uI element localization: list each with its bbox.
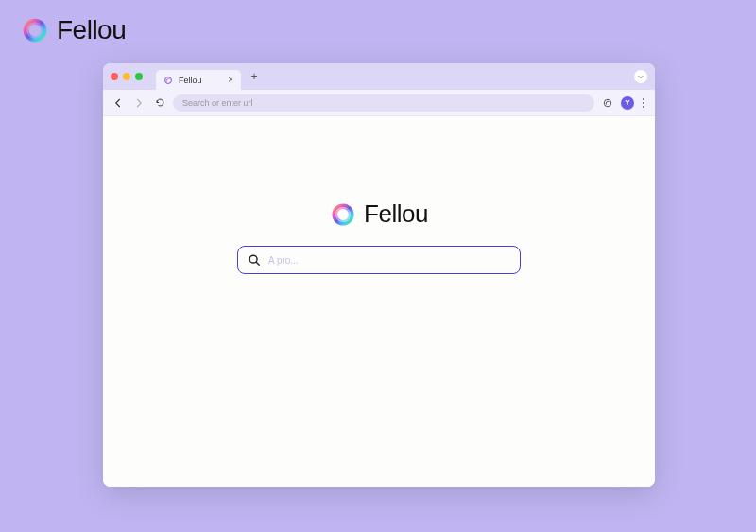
tab-close-icon[interactable]: × [228, 75, 233, 85]
avatar-initial: Y [625, 98, 629, 107]
svg-point-3 [604, 99, 611, 107]
nav-reload-button[interactable] [152, 95, 167, 111]
window-minimize-button[interactable] [123, 73, 130, 80]
browser-window: Fellou × + Y [103, 63, 655, 487]
svg-point-5 [336, 208, 350, 221]
outer-brand-logo-lockup: Fellou [21, 15, 126, 45]
fellou-logo-icon [21, 16, 49, 44]
extensions-icon[interactable] [600, 95, 615, 111]
tab-strip: Fellou × + [103, 63, 655, 90]
tabstrip-collapse-icon[interactable] [634, 70, 647, 83]
main-menu-button[interactable] [640, 98, 647, 108]
page-content: Fellou [103, 116, 655, 487]
address-input[interactable] [182, 98, 585, 108]
window-maximize-button[interactable] [135, 73, 143, 80]
outer-brand-name: Fellou [57, 15, 126, 45]
window-close-button[interactable] [111, 73, 118, 80]
tab-favicon-icon [163, 76, 173, 85]
address-bar[interactable] [173, 94, 594, 112]
search-icon [248, 253, 261, 266]
main-search-input[interactable] [268, 255, 510, 266]
tab-title: Fellou [179, 76, 222, 85]
browser-toolbar: Y [103, 90, 655, 116]
nav-forward-button[interactable] [131, 95, 146, 111]
page-brand-lockup: Fellou [330, 199, 428, 229]
svg-line-7 [256, 262, 259, 265]
page-brand-name: Fellou [364, 199, 428, 229]
main-search-box[interactable] [237, 246, 521, 274]
page-logo-icon [330, 201, 356, 228]
profile-avatar[interactable]: Y [621, 96, 634, 110]
window-controls [111, 73, 143, 80]
svg-point-2 [165, 77, 172, 83]
svg-point-1 [28, 24, 43, 38]
nav-back-button[interactable] [111, 95, 126, 111]
new-tab-button[interactable]: + [247, 69, 262, 84]
browser-tab[interactable]: Fellou × [156, 70, 241, 90]
